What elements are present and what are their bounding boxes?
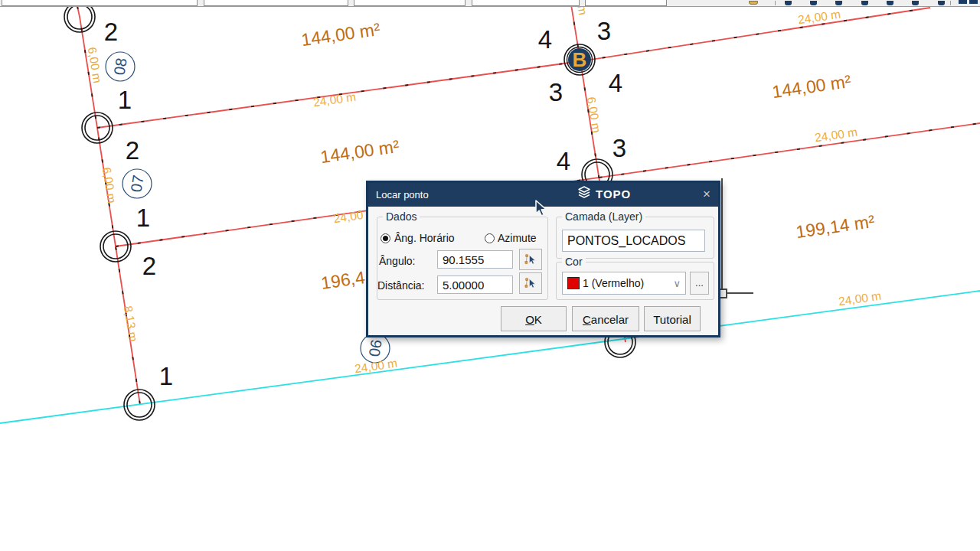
ang-horario-radio-label[interactable]: Âng. Horário [394, 232, 455, 244]
dimension-label: 6,00 m [585, 96, 603, 133]
distancia-label: Distância: [377, 279, 424, 292]
area-label: 144,00 m² [771, 71, 853, 102]
station-label: 08 [110, 57, 129, 76]
toolbar-separator [775, 1, 776, 5]
dimension-label: 6,00 m [86, 46, 104, 83]
lot-corner-number: 2 [126, 136, 139, 165]
dimension-label: 24,00 m [797, 8, 841, 27]
toolbar-icon[interactable] [749, 1, 758, 5]
angulo-input[interactable] [437, 250, 513, 269]
color-dropdown[interactable]: 1 (Vermelho) ∨ [562, 272, 686, 295]
ok-button[interactable]: OK [501, 306, 567, 331]
lot-corner-number: 3 [612, 134, 626, 162]
cor-group-label: Cor [562, 256, 586, 268]
toolbar-combobox-fragment[interactable] [472, 0, 580, 6]
topo-logo: TOPO [577, 186, 631, 201]
b-point-label: B [573, 48, 587, 71]
toolbar-icon[interactable] [912, 1, 919, 5]
toolbar-icon[interactable] [887, 1, 893, 5]
toolbar-icon[interactable] [810, 1, 817, 5]
topo-logo-text: TOPO [596, 187, 631, 201]
area-label: 144,00 m² [319, 136, 401, 167]
area-label: 196,4 [320, 267, 367, 293]
area-label: 144,00 m² [300, 19, 382, 50]
color-more-button[interactable]: ... [690, 272, 709, 295]
color-swatch-red [567, 277, 580, 289]
mouse-cursor [534, 199, 550, 217]
distancia-input[interactable] [437, 276, 513, 294]
chevron-down-icon: ∨ [673, 278, 681, 289]
lot-corner-number: 3 [549, 78, 563, 106]
pick-on-screen-icon [524, 252, 537, 267]
distancia-pick-button[interactable] [519, 272, 542, 294]
application-window: { "dialog": { "title": "Locar ponto", "l… [0, 0, 980, 551]
lot-corner-number: 4 [557, 147, 570, 175]
toolbar-combobox-fragment[interactable] [585, 0, 667, 6]
toolbar-separator [950, 1, 951, 5]
toolbar-combobox-fragment[interactable] [204, 0, 348, 6]
tutorial-button[interactable]: Tutorial [644, 306, 701, 331]
lot-corner-number: 4 [609, 69, 622, 97]
cancel-button[interactable]: Cancelar [572, 306, 639, 331]
ang-horario-radio[interactable] [381, 233, 390, 243]
lot-corner-number: 1 [159, 362, 173, 390]
camada-layer-input[interactable] [562, 230, 705, 252]
pick-on-screen-icon [524, 276, 537, 291]
toolbar-strip [0, 0, 980, 7]
lot-corner-number: 1 [118, 86, 132, 114]
topo-logo-icon [577, 186, 592, 201]
toolbar-icon[interactable] [785, 1, 792, 5]
toolbar-icon[interactable] [835, 1, 842, 5]
azimute-radio[interactable] [485, 233, 495, 243]
lot-corner-number: 1 [136, 204, 150, 232]
camada-group-label: Camada (Layer) [562, 210, 645, 223]
angulo-label: Ângulo: [379, 255, 415, 267]
close-icon[interactable]: × [703, 187, 710, 202]
dialog-title: Locar ponto [376, 189, 429, 201]
dimension-label: 8,13 m [122, 305, 140, 342]
azimute-radio-label[interactable]: Azimute [498, 232, 537, 244]
station-label: 06 [365, 338, 384, 357]
area-label: 199,14 m² [795, 211, 877, 242]
color-dropdown-value: 1 (Vermelho) [583, 277, 673, 289]
crosshair-horizontal-line [726, 292, 753, 294]
dimension-label: 24,00 [333, 208, 364, 225]
dados-group-label: Dados [383, 210, 420, 223]
crosshair-vertical-line [721, 178, 723, 289]
red-boundary-line [580, 8, 930, 61]
toolbar-combobox-fragment[interactable] [2, 0, 198, 6]
station-label: 07 [127, 174, 146, 193]
dimension-label: 24,00 m [312, 90, 357, 109]
toolbar-icon[interactable] [959, 0, 967, 4]
dimension-label: 6,00 m [100, 166, 119, 204]
angulo-pick-button[interactable] [519, 249, 542, 270]
lot-corner-number: 2 [104, 18, 118, 46]
toolbar-icon[interactable] [938, 1, 945, 5]
toolbar-icon[interactable] [969, 0, 978, 4]
toolbar-combobox-fragment[interactable] [354, 0, 466, 6]
lot-corner-number: 4 [538, 25, 552, 54]
lot-corner-number: 2 [142, 252, 156, 280]
toolbar-icon[interactable] [861, 1, 868, 5]
lot-corner-number: 3 [597, 17, 611, 45]
